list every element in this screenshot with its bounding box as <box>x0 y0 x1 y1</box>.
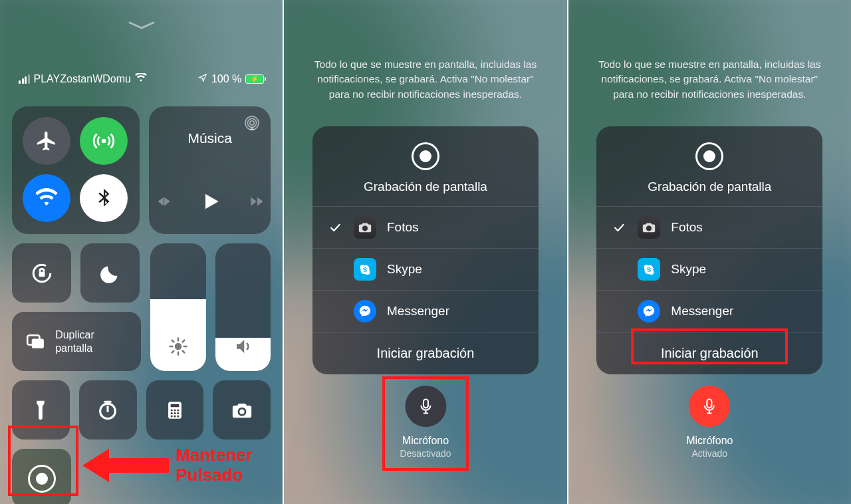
screen-recording-sheet: Grabación de pantalla Fotos Skype Messen… <box>312 126 539 374</box>
wifi-toggle[interactable] <box>23 174 70 222</box>
messenger-app-icon <box>354 300 376 322</box>
brightness-icon <box>168 336 188 359</box>
svg-line-16 <box>183 340 185 342</box>
camera-button[interactable] <box>213 380 271 440</box>
sheet-title: Grabación de pantalla <box>603 180 816 194</box>
destination-messenger[interactable]: Messenger <box>312 290 539 332</box>
destination-label: Skype <box>387 262 422 277</box>
skype-app-icon <box>638 258 660 281</box>
messenger-app-icon <box>638 300 660 322</box>
calculator-button[interactable] <box>146 380 204 440</box>
svg-point-29 <box>174 415 176 417</box>
orientation-lock-toggle[interactable] <box>12 243 71 303</box>
volume-slider[interactable] <box>215 243 271 371</box>
destination-photos[interactable]: Fotos <box>312 206 539 248</box>
annotation-arrow: Mantener Pulsado <box>82 445 253 485</box>
annotation-highlight <box>631 328 788 364</box>
check-icon <box>611 221 627 234</box>
microphone-control: Micrófono Activado <box>686 386 733 459</box>
record-icon <box>412 142 439 170</box>
location-icon <box>198 73 207 85</box>
arrow-left-icon <box>82 449 169 482</box>
microphone-label: Micrófono <box>686 435 733 447</box>
destination-photos[interactable]: Fotos <box>596 206 822 248</box>
play-icon[interactable] <box>199 190 221 215</box>
svg-point-2 <box>248 118 257 127</box>
svg-point-8 <box>175 343 182 350</box>
carrier-name: PLAYZostanWDomu <box>34 73 131 85</box>
bluetooth-toggle[interactable] <box>80 174 128 222</box>
svg-point-24 <box>177 409 179 411</box>
photos-app-icon <box>354 216 376 239</box>
screen-mirroring-button[interactable]: Duplicar pantalla <box>12 312 141 371</box>
destination-label: Fotos <box>671 220 703 235</box>
panel-recording-mic-off: Todo lo que se muestre en pantalla, incl… <box>283 0 566 504</box>
svg-point-26 <box>174 412 176 414</box>
music-card[interactable]: Música <box>149 106 271 234</box>
destination-skype[interactable]: Skype <box>596 248 822 290</box>
sheet-title: Grabación de pantalla <box>319 180 532 194</box>
svg-line-15 <box>172 351 174 353</box>
volume-icon <box>233 336 253 359</box>
brightness-slider[interactable] <box>150 243 205 371</box>
svg-point-28 <box>171 415 173 417</box>
annotation-label: Mantener Pulsado <box>176 445 253 485</box>
svg-point-31 <box>239 409 244 414</box>
svg-point-22 <box>171 409 173 411</box>
start-recording-button[interactable]: Iniciar grabación <box>312 332 539 374</box>
svg-line-14 <box>183 351 185 353</box>
chevron-down-icon[interactable] <box>127 20 156 33</box>
svg-rect-21 <box>171 404 180 407</box>
microphone-state: Activado <box>686 448 733 459</box>
annotation-highlight <box>382 376 469 471</box>
skype-app-icon <box>354 258 376 281</box>
destination-label: Messenger <box>387 304 449 318</box>
svg-line-13 <box>172 340 174 342</box>
cellular-signal-icon <box>19 74 30 84</box>
record-icon <box>695 142 723 170</box>
annotation-highlight <box>8 426 78 496</box>
check-icon <box>327 221 343 234</box>
svg-point-23 <box>174 409 176 411</box>
microphone-toggle[interactable] <box>689 386 730 427</box>
do-not-disturb-toggle[interactable] <box>80 243 140 303</box>
recording-notice: Todo lo que se muestre en pantalla, incl… <box>310 57 540 102</box>
destination-label: Skype <box>671 262 706 277</box>
destination-label: Messenger <box>671 304 733 318</box>
svg-rect-5 <box>39 271 45 277</box>
photos-app-icon <box>638 216 660 239</box>
cellular-data-toggle[interactable] <box>80 117 128 165</box>
destination-label: Fotos <box>387 220 419 235</box>
previous-track-icon[interactable] <box>155 193 172 213</box>
recording-notice: Todo lo que se muestre en pantalla, incl… <box>595 57 824 102</box>
svg-point-27 <box>177 412 179 414</box>
panel-recording-mic-on: Todo lo que se muestre en pantalla, incl… <box>567 0 851 504</box>
panel-control-center: PLAYZostanWDomu 100 % ⚡ Música <box>0 0 283 504</box>
battery-icon: ⚡ <box>245 74 264 84</box>
airplane-mode-toggle[interactable] <box>23 117 70 165</box>
next-track-icon[interactable] <box>248 193 265 213</box>
svg-point-0 <box>102 139 106 144</box>
svg-point-1 <box>250 121 254 125</box>
svg-rect-7 <box>32 338 44 348</box>
status-bar: PLAYZostanWDomu 100 % ⚡ <box>0 73 283 85</box>
svg-point-25 <box>171 412 173 414</box>
wifi-icon <box>135 73 147 85</box>
destination-messenger[interactable]: Messenger <box>596 290 822 332</box>
battery-percent: 100 % <box>211 73 241 85</box>
microphone-icon <box>700 397 719 416</box>
airplay-icon[interactable] <box>244 116 260 134</box>
timer-button[interactable] <box>79 380 137 440</box>
destination-skype[interactable]: Skype <box>312 248 539 290</box>
connectivity-card[interactable] <box>12 106 140 234</box>
svg-point-30 <box>177 415 179 417</box>
screen-mirroring-label: Duplicar pantalla <box>55 328 128 355</box>
